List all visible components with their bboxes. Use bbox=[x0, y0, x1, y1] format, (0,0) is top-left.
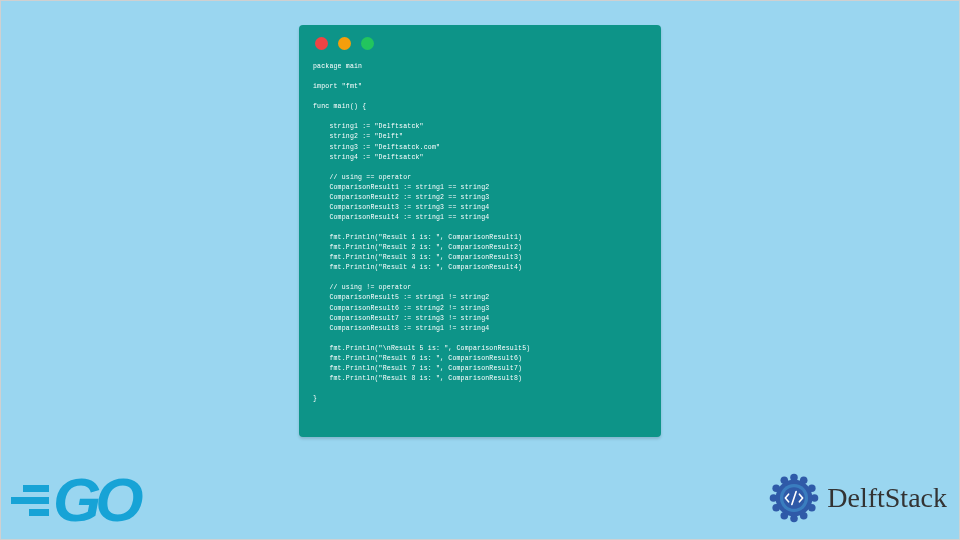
minimize-icon bbox=[338, 37, 351, 50]
go-speed-lines-icon bbox=[11, 485, 49, 516]
delftstack-badge-icon bbox=[767, 471, 821, 525]
go-wordmark: GO bbox=[53, 469, 137, 531]
close-icon bbox=[315, 37, 328, 50]
delftstack-logo: DelftStack bbox=[767, 471, 947, 525]
go-logo: GO bbox=[11, 469, 137, 531]
maximize-icon bbox=[361, 37, 374, 50]
page-canvas: package main import "fmt" func main() { … bbox=[0, 0, 960, 540]
code-block: package main import "fmt" func main() { … bbox=[313, 62, 647, 404]
code-window: package main import "fmt" func main() { … bbox=[299, 25, 661, 437]
delftstack-wordmark: DelftStack bbox=[827, 482, 947, 514]
titlebar bbox=[313, 35, 647, 50]
